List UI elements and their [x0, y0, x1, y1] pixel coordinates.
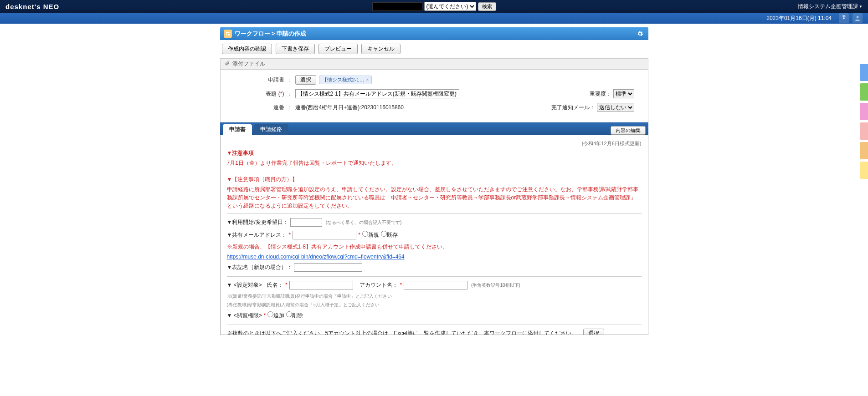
title-input[interactable]: [295, 89, 459, 98]
caret-down-icon: ▼: [859, 5, 863, 9]
start-date-label: ▼利用開始/変更希望日：: [227, 218, 288, 228]
tab-application[interactable]: 申請書: [223, 124, 252, 135]
user-avatar-icon[interactable]: [853, 13, 863, 23]
side-tab-4[interactable]: [860, 122, 868, 140]
select-form-button[interactable]: 選択: [295, 75, 316, 85]
related-form-link[interactable]: https://muse.dn-cloud.com/cgi-bin/dneo/z…: [227, 254, 405, 260]
draft-save-button[interactable]: 下書き保存: [276, 44, 315, 54]
confirm-button[interactable]: 作成内容の確認: [222, 44, 272, 54]
panel-settings-button[interactable]: [636, 29, 645, 38]
search-input[interactable]: [372, 2, 422, 11]
radio-del-label[interactable]: 削除: [286, 311, 303, 321]
notify-label: 完了通知メール：: [551, 104, 595, 112]
target-note2: (専任教職員/常勤嘱託職員)入職前の場合「○月入職予定」とご記入ください: [227, 301, 642, 308]
caution2-heading: ▼【注意事項（職員の方）】: [227, 175, 642, 183]
svg-point-0: [843, 18, 844, 19]
radio-del[interactable]: [286, 311, 292, 317]
mail-input[interactable]: [293, 231, 356, 239]
caution2-text: 申請経路に所属部署管理職を追加設定のうえ、申請してください。設定がない場合、差戻…: [227, 185, 642, 210]
antenna-icon[interactable]: [839, 13, 849, 23]
radio-new-label[interactable]: 新規: [362, 230, 379, 240]
selected-form-tag[interactable]: 【情シス様式2-1… ×: [319, 76, 372, 84]
edit-content-button[interactable]: 内容の編集: [611, 126, 646, 135]
start-date-hint: (なるべく早く、の場合記入不要です): [326, 218, 402, 227]
importance-select[interactable]: 標準: [613, 89, 634, 98]
attachment-bar[interactable]: 添付ファイル: [220, 58, 648, 70]
side-quick-tabs: [860, 64, 868, 179]
side-tab-1[interactable]: [860, 64, 868, 81]
breadcrumb: ワークフロー > 申請の作成: [235, 30, 307, 38]
account-hint: (半角英数記号10桁以下): [471, 281, 520, 289]
current-user[interactable]: 情報システム企画管理課▼: [798, 3, 863, 10]
radio-add[interactable]: [267, 311, 273, 317]
serial-value: 連番(西暦4桁年月日+連番):20230116015860: [295, 104, 404, 112]
svg-rect-2: [226, 32, 227, 33]
multi-note: ※複数のときは以下へご記入ください。5アカウント以上の場合は、Excel等に一覧…: [227, 329, 577, 335]
panel-title-bar: ワークフロー > 申請の作成: [220, 27, 648, 40]
current-datetime: 2023年01月16日(月) 11:04: [766, 15, 832, 22]
target-header: ▼ <設定対象>: [227, 280, 262, 290]
start-date-input[interactable]: [290, 218, 322, 227]
radio-add-label[interactable]: 追加: [267, 311, 284, 321]
preview-button[interactable]: プレビュー: [318, 44, 358, 54]
display-name-input[interactable]: [294, 263, 362, 272]
caution-text: 7月1日（金）より作業完了報告は回覧・レポートで通知いたします。: [227, 159, 642, 167]
caution-heading: ▼注意事項: [227, 149, 642, 157]
tab-route[interactable]: 申請経路: [254, 124, 288, 135]
radio-new[interactable]: [362, 231, 368, 237]
display-name-label: ▼表記名（新規の場合）：: [227, 263, 293, 273]
app-logo: desknet's NEO: [5, 3, 59, 10]
side-tab-6[interactable]: [860, 162, 868, 179]
name-label: 氏名：: [267, 280, 283, 290]
attachment-label: 添付ファイル: [232, 60, 265, 68]
serial-label: 連番: [234, 104, 284, 112]
search-scope-select[interactable]: (選んでください): [424, 2, 476, 11]
radio-existing-label[interactable]: 既存: [381, 230, 398, 240]
svg-rect-3: [228, 34, 230, 36]
mail-label: ▼共有メールアドレス：: [227, 230, 287, 240]
notify-select[interactable]: 送信しない: [597, 103, 634, 112]
form-label: 申請書: [234, 76, 284, 84]
side-tab-2[interactable]: [860, 83, 868, 101]
form-updated-note: (令和4年12月6日様式更新): [227, 140, 642, 147]
svg-point-1: [857, 16, 859, 18]
mail-note: ※新規の場合、【情シス様式1-8】共有アカウント作成申請書も併せて申請してくださ…: [227, 243, 642, 251]
cancel-button[interactable]: キャンセル: [361, 44, 401, 54]
account-input[interactable]: [404, 281, 467, 289]
paperclip-icon: [224, 61, 230, 67]
workflow-icon: [224, 30, 232, 38]
target-note1: ※(派遣/業務委託/非常勤嘱託職員)発行申請中の場合「申請中」とご記入ください: [227, 293, 642, 300]
perm-header: ▼ <閲覧権限>: [227, 311, 262, 321]
search-button[interactable]: 検索: [478, 2, 496, 11]
title-label: 表題 (*): [234, 90, 284, 98]
radio-existing[interactable]: [381, 231, 387, 237]
global-search: (選んでください) 検索: [372, 2, 496, 11]
multi-select-button[interactable]: 選択: [583, 329, 604, 335]
side-tab-5[interactable]: [860, 142, 868, 159]
side-tab-3[interactable]: [860, 103, 868, 120]
name-input[interactable]: [289, 281, 353, 289]
account-label: アカウント名：: [360, 280, 398, 290]
importance-label: 重要度：: [590, 90, 611, 98]
remove-tag-icon[interactable]: ×: [366, 77, 369, 82]
